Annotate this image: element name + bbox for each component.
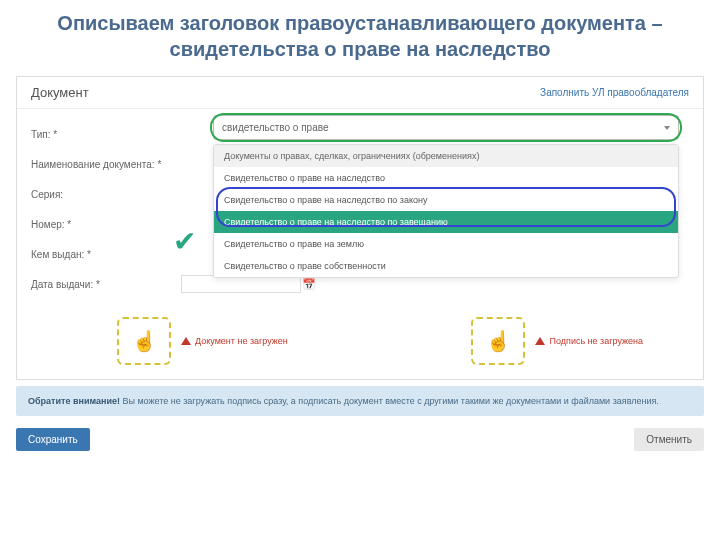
panel-header: Документ Заполнить УЛ правообладателя bbox=[17, 77, 703, 109]
dropdown-item-selected[interactable]: Свидетельство о праве на наследство по з… bbox=[214, 211, 678, 233]
checkmark-icon: ✔ bbox=[173, 225, 196, 258]
pointer-icon: ☝ bbox=[486, 329, 511, 353]
label-series: Серия: bbox=[31, 189, 181, 200]
notice-text: Вы можете не загружать подпись сразу, а … bbox=[120, 396, 659, 406]
notice-bar: Обратите внимание! Вы можете не загружат… bbox=[16, 386, 704, 416]
type-dropdown: Документы о правах, сделках, ограничения… bbox=[213, 144, 679, 278]
type-input-value: свидетельство о праве bbox=[222, 122, 328, 133]
dropdown-item[interactable]: Свидетельство о праве на землю bbox=[214, 233, 678, 255]
dropdown-item[interactable]: Свидетельство о праве на наследство bbox=[214, 167, 678, 189]
type-combobox: свидетельство о праве Документы о правах… bbox=[213, 115, 679, 278]
upload-signature-dropzone[interactable]: ☝ bbox=[471, 317, 525, 365]
panel-title: Документ bbox=[31, 85, 89, 100]
type-input[interactable]: свидетельство о праве bbox=[213, 115, 679, 140]
dropdown-group: Документы о правах, сделках, ограничения… bbox=[214, 145, 678, 167]
fill-owner-link[interactable]: Заполнить УЛ правообладателя bbox=[540, 87, 689, 98]
notice-bold: Обратите внимание! bbox=[28, 396, 120, 406]
label-issued-by: Кем выдан: * bbox=[31, 249, 181, 260]
label-number: Номер: * bbox=[31, 219, 181, 230]
dropdown-item[interactable]: Свидетельство о праве на наследство по з… bbox=[214, 189, 678, 211]
save-button[interactable]: Сохранить bbox=[16, 428, 90, 451]
label-type: Тип: * bbox=[31, 129, 181, 140]
label-doc-name: Наименование документа: * bbox=[31, 159, 181, 170]
calendar-icon[interactable]: 📅 bbox=[302, 278, 316, 291]
doc-warn-text: Документ не загружен bbox=[195, 336, 288, 346]
upload-document-dropzone[interactable]: ☝ bbox=[117, 317, 171, 365]
upload-signature-block: ☝ Подпись не загружена bbox=[471, 317, 643, 365]
sign-warn-text: Подпись не загружена bbox=[549, 336, 643, 346]
footer: Сохранить Отменить bbox=[0, 422, 720, 461]
pointer-icon: ☝ bbox=[132, 329, 157, 353]
warning-icon bbox=[181, 337, 191, 345]
doc-not-loaded-warn: Документ не загружен bbox=[181, 336, 288, 346]
label-issue-date: Дата выдачи: * bbox=[31, 279, 181, 290]
upload-document-block: ☝ Документ не загружен bbox=[117, 317, 288, 365]
upload-row: ☝ Документ не загружен ☝ Подпись не загр… bbox=[17, 303, 703, 379]
dropdown-item[interactable]: Свидетельство о праве собственности bbox=[214, 255, 678, 277]
document-panel: Документ Заполнить УЛ правообладателя Ти… bbox=[16, 76, 704, 380]
cancel-button[interactable]: Отменить bbox=[634, 428, 704, 451]
sign-not-loaded-warn: Подпись не загружена bbox=[535, 336, 643, 346]
form-body: Тип: * Наименование документа: * Серия: … bbox=[17, 109, 703, 303]
warning-icon bbox=[535, 337, 545, 345]
page-title: Описываем заголовок правоустанавливающег… bbox=[0, 0, 720, 72]
